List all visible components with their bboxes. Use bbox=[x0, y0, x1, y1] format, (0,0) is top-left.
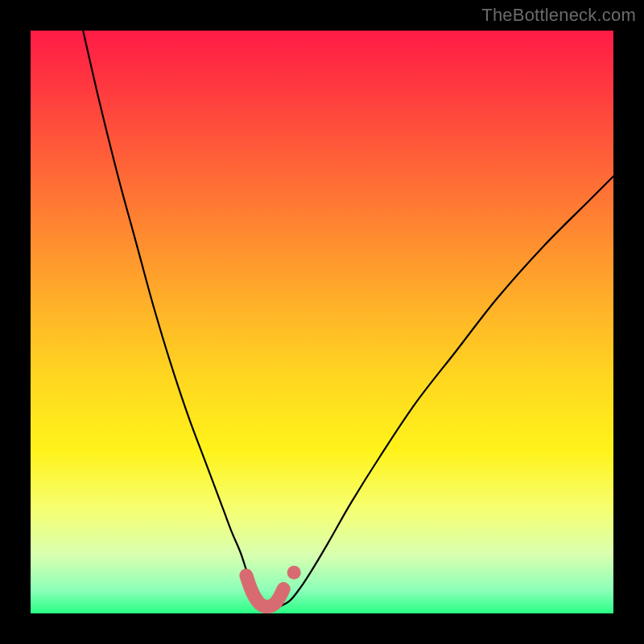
watermark-text: TheBottleneck.com bbox=[481, 5, 636, 26]
bottleneck-curve bbox=[83, 31, 613, 608]
plot-area bbox=[31, 31, 613, 613]
optimal-range-end-dot bbox=[287, 566, 301, 580]
curve-layer bbox=[31, 31, 613, 613]
optimal-range-marker bbox=[246, 576, 283, 607]
chart-frame: TheBottleneck.com bbox=[0, 0, 644, 644]
